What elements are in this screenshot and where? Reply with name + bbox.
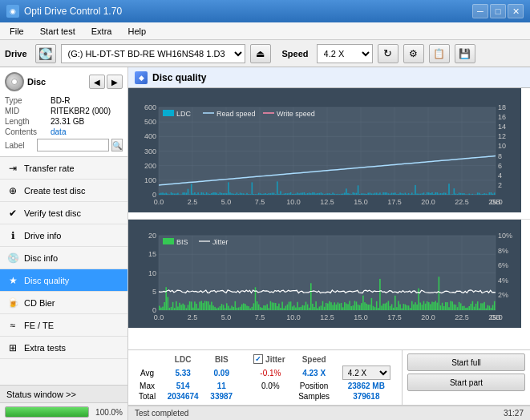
disc-info-icon: 💿 bbox=[6, 252, 19, 265]
position-label: Position bbox=[293, 381, 336, 391]
chart2-container bbox=[128, 220, 530, 350]
fe-te-icon: ≈ bbox=[6, 319, 19, 332]
nav-label-drive-info: Drive info bbox=[24, 231, 61, 240]
disc-quality-header: ◆ Disc quality bbox=[128, 67, 530, 88]
stats-panel: LDC BIS ✓ Jitter Spe bbox=[128, 349, 530, 420]
speed-col-label: Speed bbox=[302, 355, 326, 364]
nav-item-extra-tests[interactable]: ⊞ Extra tests bbox=[0, 337, 127, 359]
speed-select-small[interactable]: 4.2 X bbox=[342, 365, 390, 380]
nav-items: ⇥ Transfer rate ⊕ Create test disc ✔ Ver… bbox=[0, 157, 127, 385]
nav-label-extra-tests: Extra tests bbox=[24, 343, 66, 353]
panel-icon: ◆ bbox=[135, 71, 148, 84]
speed-select[interactable]: 4.2 X bbox=[317, 44, 373, 63]
contents-val: data bbox=[51, 127, 66, 136]
settings-button[interactable]: ⚙ bbox=[403, 44, 424, 63]
extra-tests-icon: ⊞ bbox=[6, 341, 19, 354]
menu-help[interactable]: Help bbox=[121, 25, 152, 38]
nav-label-cd-bier: CD Bier bbox=[24, 298, 55, 308]
start-full-button[interactable]: Start full bbox=[407, 353, 525, 371]
app-icon: ◉ bbox=[6, 5, 19, 18]
length-val: 23.31 GB bbox=[51, 117, 84, 126]
menu-extra[interactable]: Extra bbox=[85, 25, 119, 38]
drive-select[interactable]: (G:) HL-DT-ST BD-RE WH16NS48 1.D3 bbox=[61, 44, 245, 63]
col-ldc: LDC bbox=[161, 353, 204, 365]
total-ldc: 2034674 bbox=[161, 391, 204, 402]
nav-item-create-test-disc[interactable]: ⊕ Create test disc bbox=[0, 180, 127, 202]
disc-header-label: Disc bbox=[27, 77, 46, 87]
drive-toolbar: Drive 💽 (G:) HL-DT-ST BD-RE WH16NS48 1.D… bbox=[0, 40, 530, 67]
contents-key: Contents bbox=[5, 127, 49, 136]
app-title: Opti Drive Control 1.70 bbox=[24, 6, 122, 17]
nav-item-verify-test-disc[interactable]: ✔ Verify test disc bbox=[0, 202, 127, 224]
start-part-button[interactable]: Start part bbox=[407, 374, 525, 391]
nav-item-disc-quality[interactable]: ★ Disc quality bbox=[0, 269, 127, 292]
eject-button[interactable]: ⏏ bbox=[250, 44, 271, 63]
disc-image bbox=[5, 72, 24, 91]
type-key: Type bbox=[5, 96, 49, 105]
total-label: Total bbox=[133, 391, 161, 402]
jitter-checkbox[interactable]: ✓ Jitter bbox=[253, 354, 288, 364]
avg-label: Avg bbox=[133, 365, 161, 381]
stats-table: LDC BIS ✓ Jitter Spe bbox=[128, 350, 402, 405]
nav-label-verify-test-disc: Verify test disc bbox=[24, 208, 81, 218]
stats-avg-row: Avg 5.33 0.09 -0.1% 4.23 X 4.2 X bbox=[133, 365, 397, 381]
col-bis: BIS bbox=[204, 353, 238, 365]
chart2-canvas bbox=[128, 220, 521, 328]
title-bar: ◉ Opti Drive Control 1.70 ─ □ ✕ bbox=[0, 0, 530, 22]
save-button[interactable]: 💾 bbox=[455, 44, 475, 63]
nav-item-fe-te[interactable]: ≈ FE / TE bbox=[0, 314, 127, 337]
label-search-button[interactable]: 🔍 bbox=[111, 139, 123, 151]
nav-label-disc-quality: Disc quality bbox=[24, 276, 69, 285]
nav-item-drive-info[interactable]: ℹ Drive info bbox=[0, 224, 127, 247]
nav-item-transfer-rate[interactable]: ⇥ Transfer rate bbox=[0, 157, 127, 180]
disc-btn1[interactable]: ◀ bbox=[89, 75, 105, 89]
verify-test-disc-icon: ✔ bbox=[6, 207, 19, 220]
status-window-button[interactable]: Status window >> bbox=[0, 386, 127, 403]
sidebar: Disc ◀ ▶ Type BD-R MID RITEKBR2 (000) Le… bbox=[0, 67, 128, 420]
refresh-button[interactable]: ↻ bbox=[378, 44, 399, 63]
total-bis: 33987 bbox=[204, 391, 238, 402]
nav-item-disc-info[interactable]: 💿 Disc info bbox=[0, 247, 127, 269]
copy-button[interactable]: 📋 bbox=[429, 44, 450, 63]
speed-val: 4.23 X bbox=[293, 365, 336, 381]
nav-label-create-test-disc: Create test disc bbox=[24, 186, 85, 196]
samples-val: 379618 bbox=[336, 391, 397, 402]
nav-label-fe-te: FE / TE bbox=[24, 321, 54, 330]
col-speed: Speed bbox=[293, 353, 336, 365]
label-key: Label bbox=[5, 141, 34, 150]
jitter-check-box: ✓ bbox=[253, 354, 263, 364]
maximize-button[interactable]: □ bbox=[490, 4, 506, 18]
status-bar: Status window >> 100.0% bbox=[0, 385, 127, 420]
chart1-canvas bbox=[128, 88, 521, 212]
jitter-label: Jitter bbox=[265, 355, 285, 364]
mid-val: RITEKBR2 (000) bbox=[51, 107, 111, 115]
right-panel: ◆ Disc quality LDC bbox=[128, 67, 530, 420]
position-val: 23862 MB bbox=[336, 381, 397, 391]
close-button[interactable]: ✕ bbox=[508, 4, 524, 18]
minimize-button[interactable]: ─ bbox=[472, 4, 488, 18]
stats-max-row: Max 514 11 0.0% Position 23862 MB bbox=[133, 381, 397, 391]
drive-icon: 💽 bbox=[35, 44, 56, 63]
progress-text: 100.0% bbox=[94, 408, 123, 417]
mid-key: MID bbox=[5, 107, 49, 115]
menu-starttest[interactable]: Start test bbox=[34, 25, 82, 38]
charts-area bbox=[128, 88, 530, 349]
main-content: Disc ◀ ▶ Type BD-R MID RITEKBR2 (000) Le… bbox=[0, 67, 530, 420]
nav-label-transfer-rate: Transfer rate bbox=[24, 164, 75, 173]
stats-right: Start full Start part bbox=[402, 350, 530, 405]
menu-file[interactable]: File bbox=[3, 25, 30, 38]
disc-info-panel: Disc ◀ ▶ Type BD-R MID RITEKBR2 (000) Le… bbox=[0, 67, 127, 157]
label-input[interactable] bbox=[37, 139, 109, 151]
samples-label: Samples bbox=[293, 391, 336, 402]
progress-bar bbox=[5, 406, 89, 418]
max-jitter: 0.0% bbox=[249, 381, 293, 391]
drive-label: Drive bbox=[5, 49, 27, 59]
max-bis: 11 bbox=[204, 381, 238, 391]
cd-bier-icon: 🍺 bbox=[6, 297, 19, 309]
nav-label-disc-info: Disc info bbox=[24, 253, 58, 263]
chart1-container bbox=[128, 88, 530, 220]
nav-item-cd-bier[interactable]: 🍺 CD Bier bbox=[0, 292, 127, 314]
drive-info-icon: ℹ bbox=[6, 229, 19, 242]
speed-label: Speed bbox=[282, 49, 309, 59]
disc-btn2[interactable]: ▶ bbox=[107, 75, 123, 89]
